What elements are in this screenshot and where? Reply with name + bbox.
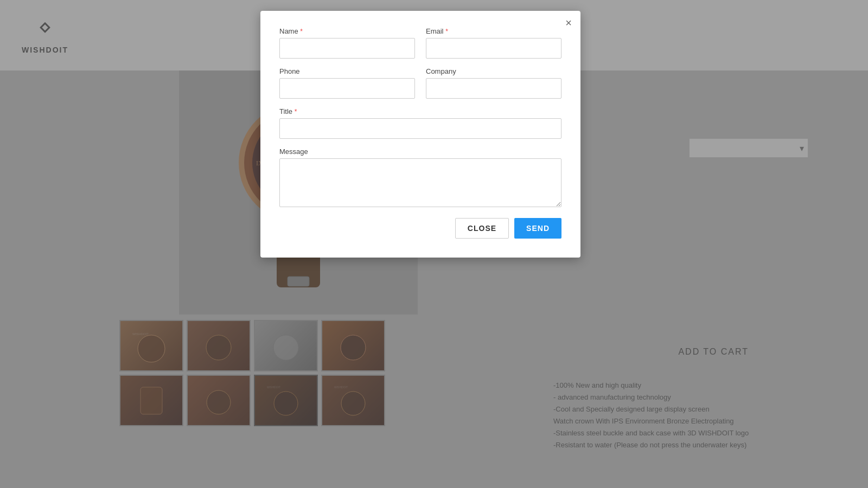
company-label: Company	[426, 67, 561, 75]
name-required-star: *	[300, 28, 303, 35]
contact-modal: × Name * Email * Phone Company	[260, 11, 580, 258]
modal-footer: CLOSE SEND	[279, 218, 561, 239]
email-required-star: *	[445, 28, 448, 35]
form-group-phone: Phone	[279, 67, 415, 99]
form-group-message: Message	[279, 147, 561, 207]
form-row-phone-company: Phone Company	[279, 67, 561, 99]
title-required-star: *	[295, 108, 297, 115]
form-row-name-email: Name * Email *	[279, 27, 561, 59]
form-group-title: Title *	[279, 107, 561, 139]
form-row-title: Title *	[279, 107, 561, 139]
title-input[interactable]	[279, 118, 561, 139]
message-label: Message	[279, 147, 561, 156]
send-button[interactable]: SEND	[514, 218, 561, 239]
phone-input[interactable]	[279, 78, 415, 99]
email-label: Email *	[426, 27, 561, 35]
email-input[interactable]	[426, 38, 561, 59]
message-textarea[interactable]	[279, 158, 561, 207]
form-group-name: Name *	[279, 27, 415, 59]
title-label: Title *	[279, 107, 561, 115]
company-input[interactable]	[426, 78, 561, 99]
form-row-message: Message	[279, 147, 561, 207]
form-group-company: Company	[426, 67, 561, 99]
name-input[interactable]	[279, 38, 415, 59]
modal-close-x-button[interactable]: ×	[565, 17, 572, 28]
phone-label: Phone	[279, 67, 415, 75]
close-button[interactable]: CLOSE	[455, 218, 509, 239]
form-group-email: Email *	[426, 27, 561, 59]
name-label: Name *	[279, 27, 415, 35]
